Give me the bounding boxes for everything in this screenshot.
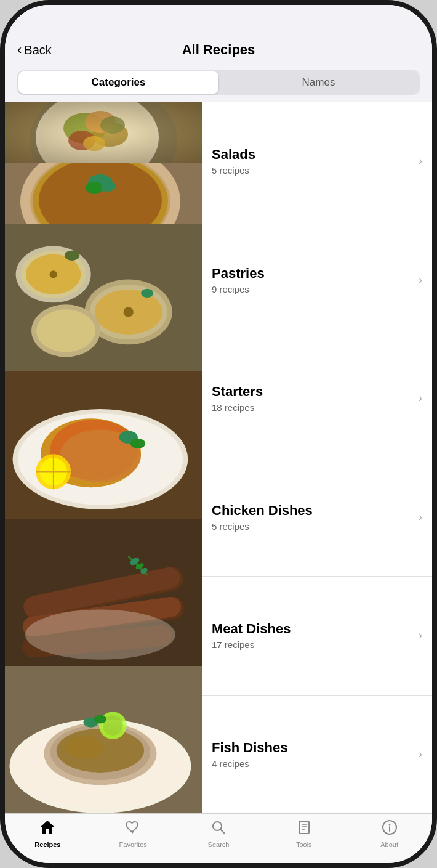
tab-tools[interactable]: Tools xyxy=(261,819,347,848)
salad-image xyxy=(5,102,202,163)
segment-names[interactable]: Names xyxy=(218,71,419,94)
chevron-right-icon-pastries: › xyxy=(419,274,422,286)
category-item-fish[interactable]: Fish Dishes 4 recipes › xyxy=(202,696,432,814)
svg-point-17 xyxy=(101,180,116,192)
recipes-icon xyxy=(39,819,56,838)
category-name-chicken: Chicken Dishes xyxy=(212,503,313,519)
pastry-image xyxy=(5,163,202,224)
category-name-meat: Meat Dishes xyxy=(212,621,291,637)
tab-about-label: About xyxy=(380,841,398,848)
chevron-right-icon-starters: › xyxy=(419,392,422,405)
svg-point-79 xyxy=(388,824,390,826)
category-name-starters: Starters xyxy=(212,384,263,400)
category-name-salads: Salads xyxy=(212,147,255,163)
category-count-pastries: 9 recipes xyxy=(212,284,265,294)
chevron-right-icon-meat: › xyxy=(419,629,422,642)
svg-rect-0 xyxy=(5,102,202,163)
segment-categories[interactable]: Categories xyxy=(18,71,218,94)
svg-point-3 xyxy=(39,102,156,163)
tab-favorites[interactable]: Favorites xyxy=(90,819,176,848)
svg-rect-74 xyxy=(299,821,309,834)
phone-frame: ‹ Back All Recipes Categories Names xyxy=(0,0,437,868)
segment-control: Categories Names xyxy=(5,65,432,102)
svg-point-16 xyxy=(86,182,103,194)
page-title: All Recipes xyxy=(182,42,255,58)
category-item-meat[interactable]: Meat Dishes 17 recipes › xyxy=(202,577,432,696)
header: ‹ Back All Recipes xyxy=(5,5,432,65)
category-item-salads[interactable]: Salads 5 recipes › xyxy=(202,102,432,221)
category-name-fish: Fish Dishes xyxy=(212,740,287,756)
svg-point-71 xyxy=(94,715,106,723)
category-item-pastries[interactable]: Pastries 9 recipes › xyxy=(202,221,432,340)
about-icon xyxy=(381,819,398,838)
tab-search-label: Search xyxy=(208,841,230,848)
content-area: Salads 5 recipes › Pastries 9 recipes › … xyxy=(5,102,432,813)
svg-point-14 xyxy=(39,163,162,224)
category-count-meat: 17 recipes xyxy=(212,639,291,650)
svg-point-8 xyxy=(100,116,125,134)
search-icon xyxy=(210,819,227,838)
tools-icon xyxy=(295,819,313,838)
svg-point-6 xyxy=(85,111,116,133)
svg-point-29 xyxy=(50,270,57,278)
category-item-starters[interactable]: Starters 18 recipes › xyxy=(202,339,432,458)
back-button[interactable]: ‹ Back xyxy=(17,42,52,58)
favorites-icon xyxy=(124,819,142,838)
svg-point-4 xyxy=(63,113,106,144)
tab-recipes[interactable]: Recipes xyxy=(5,819,90,848)
category-count-starters: 18 recipes xyxy=(212,402,263,413)
svg-point-2 xyxy=(36,102,159,163)
chevron-right-icon-salads: › xyxy=(419,155,422,168)
category-list: Salads 5 recipes › Pastries 9 recipes › … xyxy=(202,102,432,813)
tab-favorites-label: Favorites xyxy=(119,841,147,848)
tab-search[interactable]: Search xyxy=(176,819,262,848)
svg-point-43 xyxy=(130,439,145,448)
chevron-right-icon-chicken: › xyxy=(419,511,422,524)
category-name-pastries: Pastries xyxy=(212,266,265,282)
svg-line-73 xyxy=(220,830,225,834)
category-count-fish: 4 recipes xyxy=(212,758,287,769)
tab-about[interactable]: About xyxy=(347,819,432,848)
svg-point-7 xyxy=(68,131,95,150)
tab-recipes-label: Recipes xyxy=(34,841,60,848)
svg-point-67 xyxy=(66,736,103,759)
svg-point-31 xyxy=(141,289,153,298)
meat-image xyxy=(5,519,202,666)
svg-point-27 xyxy=(36,309,95,352)
starters-image xyxy=(5,224,202,371)
svg-point-28 xyxy=(124,307,134,317)
back-chevron-icon: ‹ xyxy=(17,42,22,58)
image-strip xyxy=(5,102,202,813)
category-count-chicken: 5 recipes xyxy=(212,521,313,532)
chevron-right-icon-fish: › xyxy=(419,748,422,761)
category-item-chicken[interactable]: Chicken Dishes 5 recipes › xyxy=(202,458,432,577)
svg-point-1 xyxy=(30,102,177,163)
fish-image xyxy=(5,666,202,813)
svg-point-55 xyxy=(25,609,175,659)
tab-bar: Recipes Favorites Search xyxy=(5,813,432,863)
back-label: Back xyxy=(24,43,51,57)
svg-point-5 xyxy=(91,122,128,147)
category-count-salads: 5 recipes xyxy=(212,165,255,176)
chicken-image xyxy=(5,371,202,519)
tab-tools-label: Tools xyxy=(296,841,312,848)
svg-point-9 xyxy=(83,136,105,151)
svg-point-30 xyxy=(65,251,79,261)
